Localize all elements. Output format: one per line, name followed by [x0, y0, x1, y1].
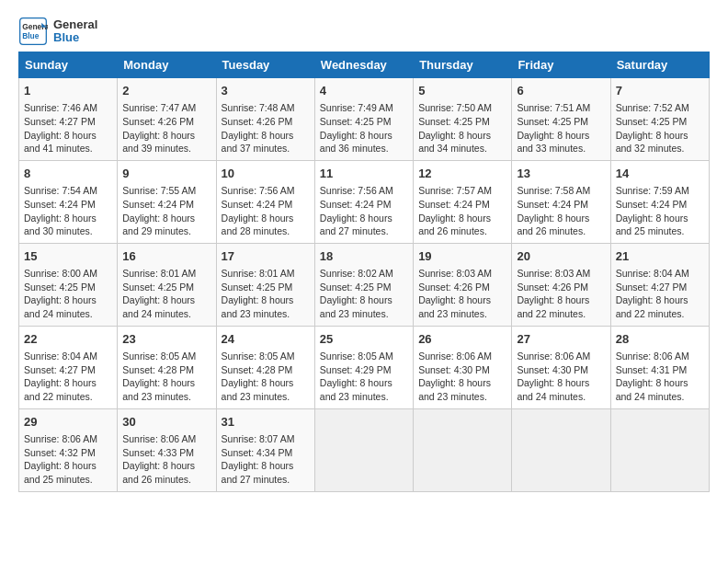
day-number: 1 — [24, 83, 112, 99]
day-number: 6 — [517, 83, 605, 99]
day-number: 24 — [222, 331, 310, 348]
sunrise-text: Sunrise: 7:54 AM — [24, 185, 97, 196]
sunset-text: Sunset: 4:25 PM — [24, 282, 96, 293]
day-cell-12: 12Sunrise: 7:57 AMSunset: 4:24 PMDayligh… — [414, 160, 512, 243]
daylight-text: Daylight: 8 hours and 22 minutes. — [24, 377, 97, 402]
day-number: 3 — [222, 83, 310, 99]
sunset-text: Sunset: 4:24 PM — [222, 199, 293, 210]
day-cell-11: 11Sunrise: 7:56 AMSunset: 4:24 PMDayligh… — [314, 160, 413, 243]
sunset-text: Sunset: 4:27 PM — [616, 282, 688, 293]
sunrise-text: Sunrise: 7:51 AM — [517, 102, 590, 113]
sunset-text: Sunset: 4:27 PM — [24, 364, 96, 375]
day-cell-24: 24Sunrise: 8:05 AMSunset: 4:28 PMDayligh… — [216, 326, 314, 408]
day-number: 17 — [222, 248, 310, 265]
sunrise-text: Sunrise: 7:49 AM — [320, 102, 393, 113]
sunrise-text: Sunrise: 8:07 AM — [222, 433, 295, 444]
sunrise-text: Sunrise: 8:04 AM — [616, 268, 689, 279]
day-number: 14 — [616, 166, 704, 182]
daylight-text: Daylight: 8 hours and 41 minutes. — [24, 130, 97, 155]
week-row-3: 15Sunrise: 8:00 AMSunset: 4:25 PMDayligh… — [19, 243, 710, 326]
daylight-text: Daylight: 8 hours and 34 minutes. — [418, 130, 491, 155]
sunset-text: Sunset: 4:33 PM — [122, 447, 194, 458]
sunset-text: Sunset: 4:24 PM — [517, 199, 588, 210]
day-cell-21: 21Sunrise: 8:04 AMSunset: 4:27 PMDayligh… — [610, 243, 709, 326]
sunset-text: Sunset: 4:28 PM — [222, 364, 293, 375]
sunrise-text: Sunrise: 7:50 AM — [418, 102, 492, 113]
day-number: 22 — [24, 331, 112, 348]
daylight-text: Daylight: 8 hours and 23 minutes. — [418, 377, 491, 402]
day-number: 15 — [24, 248, 112, 265]
day-number: 13 — [517, 166, 605, 182]
empty-cell — [610, 408, 709, 491]
day-number: 4 — [320, 83, 408, 99]
day-number: 28 — [616, 331, 704, 348]
sunrise-text: Sunrise: 7:58 AM — [517, 185, 590, 196]
daylight-text: Daylight: 8 hours and 26 minutes. — [122, 460, 195, 485]
day-cell-25: 25Sunrise: 8:05 AMSunset: 4:29 PMDayligh… — [314, 326, 413, 408]
sunrise-text: Sunrise: 7:57 AM — [418, 185, 492, 196]
sunrise-text: Sunrise: 8:03 AM — [418, 268, 492, 279]
header-row: General Blue General Blue — [18, 17, 710, 46]
day-cell-19: 19Sunrise: 8:03 AMSunset: 4:26 PMDayligh… — [414, 243, 512, 326]
day-cell-1: 1Sunrise: 7:46 AMSunset: 4:27 PMDaylight… — [19, 78, 118, 161]
sunrise-text: Sunrise: 7:46 AM — [24, 102, 97, 113]
sunrise-text: Sunrise: 8:03 AM — [517, 268, 590, 279]
empty-cell — [414, 408, 512, 491]
col-header-sunday: Sunday — [19, 52, 118, 78]
daylight-text: Daylight: 8 hours and 23 minutes. — [320, 377, 392, 402]
daylight-text: Daylight: 8 hours and 24 minutes. — [616, 377, 688, 402]
day-cell-9: 9Sunrise: 7:55 AMSunset: 4:24 PMDaylight… — [118, 160, 216, 243]
sunset-text: Sunset: 4:26 PM — [122, 116, 194, 127]
daylight-text: Daylight: 8 hours and 24 minutes. — [122, 294, 195, 319]
daylight-text: Daylight: 8 hours and 39 minutes. — [122, 130, 195, 155]
sunrise-text: Sunrise: 7:52 AM — [616, 102, 689, 113]
day-number: 25 — [320, 331, 408, 348]
sunset-text: Sunset: 4:24 PM — [24, 199, 96, 210]
day-number: 23 — [122, 331, 210, 348]
day-number: 16 — [122, 248, 210, 265]
sunrise-text: Sunrise: 8:02 AM — [320, 268, 393, 279]
daylight-text: Daylight: 8 hours and 23 minutes. — [320, 294, 392, 319]
daylight-text: Daylight: 8 hours and 22 minutes. — [616, 294, 688, 319]
sunrise-text: Sunrise: 7:47 AM — [122, 102, 196, 113]
col-header-wednesday: Wednesday — [314, 52, 413, 78]
day-cell-18: 18Sunrise: 8:02 AMSunset: 4:25 PMDayligh… — [314, 243, 413, 326]
day-number: 27 — [517, 331, 605, 348]
daylight-text: Daylight: 8 hours and 24 minutes. — [517, 377, 589, 402]
header-row-days: SundayMondayTuesdayWednesdayThursdayFrid… — [19, 52, 710, 78]
col-header-tuesday: Tuesday — [216, 52, 314, 78]
day-number: 2 — [122, 83, 210, 99]
daylight-text: Daylight: 8 hours and 23 minutes. — [222, 377, 294, 402]
day-cell-14: 14Sunrise: 7:59 AMSunset: 4:24 PMDayligh… — [610, 160, 709, 243]
sunrise-text: Sunrise: 8:05 AM — [320, 350, 393, 362]
daylight-text: Daylight: 8 hours and 27 minutes. — [222, 460, 294, 485]
col-header-saturday: Saturday — [610, 52, 709, 78]
day-cell-10: 10Sunrise: 7:56 AMSunset: 4:24 PMDayligh… — [216, 160, 314, 243]
page: General Blue General Blue SundayMondayTu… — [0, 0, 728, 563]
svg-text:Blue: Blue — [22, 31, 40, 40]
sunrise-text: Sunrise: 8:01 AM — [222, 268, 295, 279]
logo-blue: Blue — [53, 31, 97, 44]
daylight-text: Daylight: 8 hours and 22 minutes. — [517, 294, 589, 319]
sunset-text: Sunset: 4:27 PM — [24, 116, 96, 127]
daylight-text: Daylight: 8 hours and 25 minutes. — [24, 460, 97, 485]
sunset-text: Sunset: 4:32 PM — [24, 447, 96, 458]
sunset-text: Sunset: 4:26 PM — [517, 282, 588, 293]
day-number: 7 — [616, 83, 704, 99]
day-number: 20 — [517, 248, 605, 265]
sunrise-text: Sunrise: 8:04 AM — [24, 350, 97, 362]
sunset-text: Sunset: 4:26 PM — [222, 116, 293, 127]
week-row-4: 22Sunrise: 8:04 AMSunset: 4:27 PMDayligh… — [19, 326, 710, 408]
sunrise-text: Sunrise: 8:06 AM — [616, 350, 689, 362]
sunrise-text: Sunrise: 8:05 AM — [122, 350, 196, 362]
daylight-text: Daylight: 8 hours and 36 minutes. — [320, 130, 392, 155]
daylight-text: Daylight: 8 hours and 37 minutes. — [222, 130, 294, 155]
sunset-text: Sunset: 4:26 PM — [418, 282, 490, 293]
logo: General Blue General Blue — [18, 17, 97, 46]
sunset-text: Sunset: 4:30 PM — [517, 364, 588, 375]
week-row-1: 1Sunrise: 7:46 AMSunset: 4:27 PMDaylight… — [19, 78, 710, 161]
sunrise-text: Sunrise: 7:56 AM — [222, 185, 295, 196]
sunrise-text: Sunrise: 8:06 AM — [24, 433, 97, 444]
day-number: 11 — [320, 166, 408, 182]
day-number: 26 — [418, 331, 506, 348]
